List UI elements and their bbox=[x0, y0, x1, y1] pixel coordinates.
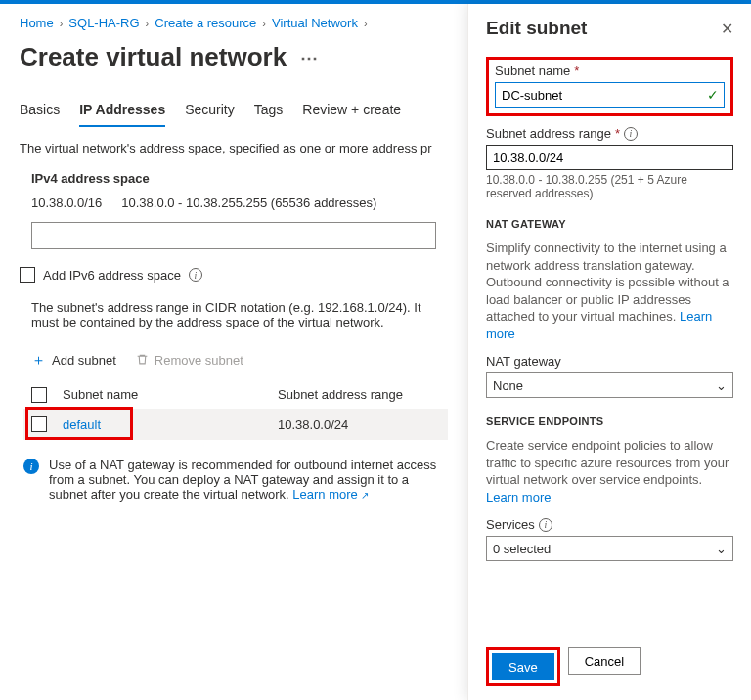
crumb-rg[interactable]: SQL-HA-RG bbox=[68, 16, 139, 30]
crumb-create[interactable]: Create a resource bbox=[155, 16, 256, 30]
address-space-input[interactable] bbox=[31, 222, 436, 249]
nat-gateway-heading: NAT GATEWAY bbox=[486, 218, 733, 230]
more-icon[interactable]: ⋯ bbox=[300, 47, 318, 68]
subnet-default-link[interactable]: default bbox=[63, 417, 101, 432]
info-icon[interactable]: i bbox=[189, 268, 202, 282]
nat-info-text: Use of a NAT gateway is recommended for … bbox=[49, 458, 444, 502]
tab-review-create[interactable]: Review + create bbox=[302, 96, 401, 127]
check-icon: ✓ bbox=[707, 87, 719, 103]
chevron-right-icon: › bbox=[144, 18, 152, 29]
info-icon: i bbox=[23, 459, 39, 474]
breadcrumb: Home › SQL-HA-RG › Create a resource › V… bbox=[20, 12, 448, 38]
subnet-desc: The subnet's address range in CIDR notat… bbox=[31, 300, 448, 329]
ipv4-heading: IPv4 address space bbox=[31, 171, 448, 186]
plus-icon: ＋ bbox=[31, 351, 46, 370]
subnet-default-range: 10.38.0.0/24 bbox=[278, 417, 440, 432]
panel-title: Edit subnet bbox=[486, 18, 587, 39]
select-all-checkbox[interactable] bbox=[31, 387, 47, 403]
chevron-right-icon: › bbox=[260, 18, 268, 29]
chevron-right-icon: › bbox=[362, 18, 370, 29]
table-row: default 10.38.0.0/24 bbox=[23, 409, 448, 440]
chevron-right-icon: › bbox=[58, 18, 66, 29]
save-button[interactable]: Save bbox=[492, 653, 554, 680]
cancel-button[interactable]: Cancel bbox=[568, 647, 641, 675]
services-select[interactable]: 0 selected ⌄ bbox=[486, 536, 733, 561]
remove-subnet-button: Remove subnet bbox=[136, 353, 243, 369]
ipv6-checkbox[interactable] bbox=[20, 267, 35, 283]
nat-gateway-label: NAT gateway bbox=[486, 354, 733, 369]
subnet-name-label: Subnet name bbox=[495, 64, 570, 78]
tab-security[interactable]: Security bbox=[185, 96, 235, 127]
address-space-desc: The virtual network's address space, spe… bbox=[20, 141, 448, 155]
close-icon[interactable]: ✕ bbox=[721, 20, 733, 38]
tabs: Basics IP Addresses Security Tags Review… bbox=[20, 96, 448, 127]
subnet-table: Subnet name Subnet address range default… bbox=[23, 381, 448, 440]
info-icon[interactable]: i bbox=[624, 127, 638, 141]
tab-tags[interactable]: Tags bbox=[254, 96, 284, 127]
col-subnet-range: Subnet address range bbox=[278, 387, 440, 403]
trash-icon bbox=[136, 353, 149, 369]
page-title: Create virtual network bbox=[20, 42, 287, 72]
cidr-value: 10.38.0.0/16 bbox=[31, 196, 102, 210]
crumb-vnet[interactable]: Virtual Network bbox=[272, 16, 358, 30]
subnet-range-label: Subnet address range bbox=[486, 126, 611, 141]
learn-more-link[interactable]: Learn more bbox=[486, 490, 551, 504]
info-icon[interactable]: i bbox=[539, 518, 552, 532]
edit-subnet-panel: Edit subnet ✕ Subnet name * ✓ Subnet add… bbox=[467, 4, 751, 700]
learn-more-link[interactable]: Learn more bbox=[292, 487, 368, 502]
subnet-range-input[interactable] bbox=[486, 145, 733, 170]
col-subnet-name: Subnet name bbox=[63, 387, 278, 403]
row-checkbox[interactable] bbox=[31, 416, 47, 432]
service-endpoints-heading: SERVICE ENDPOINTS bbox=[486, 416, 733, 427]
se-text: Create service endpoint policies to allo… bbox=[486, 438, 729, 487]
required-star: * bbox=[574, 64, 579, 78]
cidr-range: 10.38.0.0 - 10.38.255.255 (65536 address… bbox=[121, 196, 376, 210]
chevron-down-icon: ⌄ bbox=[716, 542, 727, 556]
services-label: Services bbox=[486, 517, 535, 532]
ipv6-label: Add IPv6 address space bbox=[43, 268, 181, 283]
chevron-down-icon: ⌄ bbox=[716, 378, 727, 393]
crumb-home[interactable]: Home bbox=[20, 16, 54, 30]
tab-basics[interactable]: Basics bbox=[20, 96, 60, 127]
range-hint: 10.38.0.0 - 10.38.0.255 (251 + 5 Azure r… bbox=[486, 173, 733, 200]
tab-ip-addresses[interactable]: IP Addresses bbox=[79, 96, 165, 127]
add-subnet-button[interactable]: ＋ Add subnet bbox=[31, 351, 116, 370]
required-star: * bbox=[615, 126, 620, 141]
nat-gateway-select[interactable]: None ⌄ bbox=[486, 372, 733, 398]
subnet-name-input[interactable] bbox=[495, 82, 725, 108]
